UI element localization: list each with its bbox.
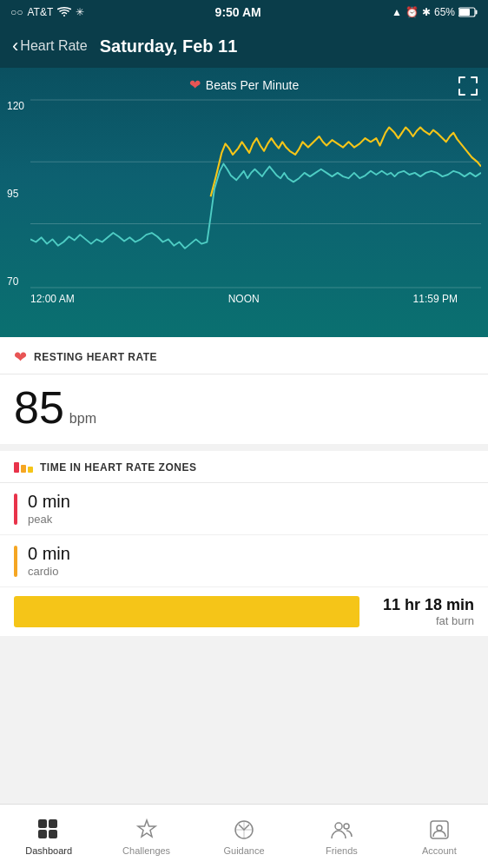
- tab-bar: Dashboard Challenges Guidance: [0, 804, 488, 868]
- y-label-70: 70: [7, 275, 24, 288]
- carrier: AT&T: [28, 6, 54, 18]
- back-label: Heart Rate: [20, 38, 87, 54]
- chart-grid: [30, 98, 481, 289]
- dashboard-icon: [36, 818, 61, 842]
- friends-icon: [329, 818, 353, 842]
- zones-section: TIME IN HEART RATE ZONES 0 min peak 0 mi…: [0, 451, 488, 636]
- chart-area: ❤ Beats Per Minute 120 95 70: [0, 68, 488, 337]
- resting-bpm-value: 85: [14, 385, 64, 430]
- tab-friends-label: Friends: [326, 845, 358, 856]
- x-label-noon: NOON: [228, 293, 260, 305]
- y-axis-labels: 120 95 70: [7, 98, 24, 289]
- y-label-95: 95: [7, 188, 24, 200]
- tab-bar-spacer: [0, 660, 488, 725]
- heart-legend-icon: ❤: [189, 76, 201, 93]
- svg-rect-2: [459, 9, 470, 16]
- tab-friends[interactable]: Friends: [293, 812, 390, 861]
- svg-point-12: [335, 823, 342, 830]
- tab-dashboard-label: Dashboard: [25, 845, 72, 856]
- zone-row-fatburn: 11 hr 18 min fat burn: [0, 587, 488, 636]
- nav-header: ‹ Heart Rate Saturday, Feb 11: [0, 24, 488, 68]
- svg-rect-7: [38, 819, 47, 828]
- zones-icon: [14, 462, 33, 473]
- signal-dots: ○○: [10, 6, 23, 18]
- guidance-icon: [232, 818, 256, 842]
- account-icon: [427, 818, 452, 842]
- cardio-info: 0 min cardio: [28, 544, 70, 578]
- chart-legend: ❤ Beats Per Minute: [0, 76, 488, 93]
- alarm-icon: ⏰: [406, 6, 419, 18]
- heart-icon: ❤: [14, 348, 27, 367]
- svg-rect-9: [38, 830, 47, 838]
- page-title: Saturday, Feb 11: [100, 36, 238, 56]
- resting-header: ❤ RESTING HEART RATE: [0, 337, 488, 374]
- resting-bpm-unit: bpm: [69, 411, 96, 427]
- location-icon: ▲: [392, 6, 402, 18]
- bluetooth-icon: ✱: [422, 6, 431, 18]
- x-label-start: 12:00 AM: [30, 293, 75, 305]
- cardio-indicator: [14, 546, 17, 577]
- battery-icon: [458, 7, 478, 17]
- resting-heart-rate-section: ❤ RESTING HEART RATE 85 bpm: [0, 337, 488, 444]
- battery-percent: 65%: [434, 6, 455, 18]
- back-button[interactable]: ‹ Heart Rate: [12, 35, 88, 57]
- svg-rect-1: [476, 10, 478, 15]
- tab-challenges-label: Challenges: [122, 845, 170, 856]
- resting-title: RESTING HEART RATE: [34, 351, 157, 363]
- tab-account[interactable]: Account: [391, 812, 488, 861]
- zones-header: TIME IN HEART RATE ZONES: [0, 451, 488, 483]
- fatburn-time: 11 hr 18 min: [370, 596, 474, 614]
- fatburn-info: 11 hr 18 min fat burn: [370, 596, 474, 627]
- zone-row-cardio: 0 min cardio: [0, 535, 488, 587]
- x-label-end: 11:59 PM: [413, 293, 458, 305]
- status-bar: ○○ AT&T ✳ 9:50 AM ▲ ⏰ ✱ 65%: [0, 0, 488, 24]
- tab-account-label: Account: [422, 845, 457, 856]
- expand-button[interactable]: [458, 76, 478, 96]
- svg-rect-8: [49, 819, 57, 828]
- peak-info: 0 min peak: [28, 492, 70, 526]
- cardio-time: 0 min: [28, 544, 70, 564]
- zones-icon-peak: [14, 462, 19, 473]
- zones-title: TIME IN HEART RATE ZONES: [40, 461, 196, 474]
- bottom-spacer: [0, 643, 488, 660]
- svg-rect-10: [49, 830, 57, 838]
- status-left: ○○ AT&T ✳: [10, 6, 84, 18]
- status-right: ▲ ⏰ ✱ 65%: [392, 6, 478, 18]
- chart-legend-label: Beats Per Minute: [206, 78, 299, 92]
- svg-point-13: [344, 824, 349, 829]
- challenges-icon: [135, 818, 159, 842]
- zones-icon-fatburn: [28, 467, 33, 473]
- sun-icon: ✳: [76, 6, 84, 18]
- tab-guidance[interactable]: Guidance: [195, 812, 293, 861]
- cardio-label: cardio: [28, 565, 70, 578]
- y-label-120: 120: [7, 100, 24, 112]
- x-axis-labels: 12:00 AM NOON 11:59 PM: [0, 289, 488, 305]
- tab-challenges[interactable]: Challenges: [97, 812, 195, 861]
- zones-icon-cardio: [21, 465, 26, 473]
- zone-row-peak: 0 min peak: [0, 483, 488, 535]
- back-chevron: ‹: [12, 35, 18, 57]
- peak-label: peak: [28, 513, 70, 526]
- wifi-icon: [57, 7, 71, 17]
- resting-value-row: 85 bpm: [0, 374, 488, 444]
- svg-point-15: [437, 825, 442, 831]
- fatburn-bar: [14, 596, 359, 627]
- chart-svg-container: 120 95 70: [0, 98, 488, 289]
- peak-indicator: [14, 494, 17, 525]
- status-time: 9:50 AM: [215, 5, 261, 19]
- fatburn-label: fat burn: [370, 614, 474, 627]
- peak-time: 0 min: [28, 492, 70, 512]
- tab-guidance-label: Guidance: [223, 845, 264, 856]
- tab-dashboard[interactable]: Dashboard: [0, 812, 97, 861]
